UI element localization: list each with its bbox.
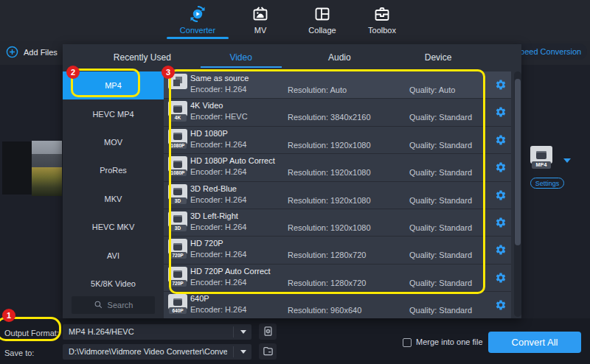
output-format-value: MP4 H.264/HEVC bbox=[69, 327, 134, 336]
format-quality: Quality: Standard bbox=[409, 113, 472, 122]
output-format-label: Output Format: bbox=[4, 329, 59, 337]
browse-folder-button[interactable] bbox=[259, 343, 277, 360]
format-title: 3D Red-Blue bbox=[190, 184, 246, 193]
resolution-value: 1920x1080 bbox=[330, 168, 370, 177]
format-title: Same as source bbox=[190, 74, 249, 83]
quality-value: Standard bbox=[439, 141, 472, 150]
format-dropdown-arrow-icon[interactable] bbox=[563, 158, 571, 167]
quality-label: Quality: bbox=[409, 141, 437, 150]
merge-label: Merge into one file bbox=[416, 337, 483, 346]
video-card bbox=[2, 141, 32, 195]
nav-tab-label: MV bbox=[235, 26, 286, 35]
format-title: HD 1080P bbox=[190, 129, 246, 138]
format-resolution: Resolution: 1920x1080 bbox=[288, 196, 371, 205]
add-files-button[interactable]: Add Files bbox=[6, 44, 69, 60]
format-row[interactable]: 720PHD 720PEncoder: H.264Resolution: 128… bbox=[164, 237, 511, 264]
format-row[interactable]: 3D3D Red-BlueEncoder: H.264Resolution: 1… bbox=[164, 182, 511, 209]
annotation-step-3-badge: 3 bbox=[162, 66, 175, 79]
tab-recently-used[interactable]: Recently Used bbox=[93, 44, 192, 70]
format-row[interactable]: 4K4K VideoEncoder: HEVCResolution: 3840x… bbox=[164, 99, 511, 126]
quality-label: Quality: bbox=[409, 196, 437, 205]
save-to-select[interactable]: D:\Vidmore\Vidmore Video Converter\Conve… bbox=[63, 344, 251, 360]
encoder-label: Encoder: bbox=[190, 223, 223, 231]
format-title: 3D Left-Right bbox=[190, 211, 246, 220]
merge-checkbox[interactable] bbox=[403, 338, 412, 347]
tab-video[interactable]: Video bbox=[192, 44, 291, 70]
gear-icon[interactable] bbox=[495, 106, 507, 118]
encoder-label: Encoder: bbox=[190, 195, 223, 204]
quality-value: Standard bbox=[439, 279, 472, 287]
gear-icon[interactable] bbox=[495, 79, 507, 91]
mp4-file-icon[interactable]: MP4 bbox=[528, 146, 555, 169]
scrollbar-thumb[interactable] bbox=[515, 79, 521, 245]
format-row[interactable]: 1080PHD 1080P Auto CorrectEncoder: H.264… bbox=[164, 154, 511, 181]
nav-tab-mv[interactable]: MV bbox=[235, 4, 286, 39]
convert-all-button[interactable]: Convert All bbox=[488, 332, 581, 353]
sidebar-item-mov[interactable]: MOV bbox=[63, 128, 164, 156]
gear-icon[interactable] bbox=[495, 161, 507, 173]
quality-label: Quality: bbox=[409, 113, 437, 122]
format-row[interactable]: 640P640PEncoder: H.264Resolution: 960x64… bbox=[164, 292, 511, 318]
video-thumbnail bbox=[32, 141, 62, 196]
save-to-value: D:\Vidmore\Vidmore Video Converter\Conve… bbox=[69, 347, 227, 356]
gear-icon[interactable] bbox=[495, 217, 507, 228]
annotation-step-1-badge: 1 bbox=[2, 309, 15, 322]
tab-audio[interactable]: Audio bbox=[291, 44, 389, 70]
tab-device[interactable]: Device bbox=[389, 44, 487, 70]
resolution-value: 1920x1080 bbox=[330, 141, 370, 150]
output-format-select[interactable]: MP4 H.264/HEVC bbox=[63, 324, 251, 340]
resolution-label: Resolution: bbox=[288, 113, 328, 122]
nav-tab-label: Toolbox bbox=[356, 26, 408, 35]
format-row[interactable]: 3D3D Left-RightEncoder: H.264Resolution:… bbox=[164, 209, 511, 237]
resolution-value: 1280x720 bbox=[330, 279, 366, 287]
quality-label: Quality: bbox=[409, 223, 437, 232]
gear-icon[interactable] bbox=[495, 189, 507, 201]
nav-tab-collage[interactable]: Collage bbox=[296, 4, 348, 39]
encoder-label: Encoder: bbox=[190, 167, 223, 176]
quality-value: Auto bbox=[439, 85, 456, 94]
chevron-down-icon bbox=[240, 330, 246, 337]
format-row[interactable]: 1080PHD 1080PEncoder: H.264Resolution: 1… bbox=[164, 127, 511, 154]
file-badge-label: MP4 bbox=[532, 161, 551, 169]
scrollbar-track[interactable] bbox=[514, 71, 521, 317]
gear-icon[interactable] bbox=[495, 272, 507, 284]
format-type-icon: 640P bbox=[167, 294, 189, 314]
gear-icon[interactable] bbox=[495, 244, 507, 256]
sidebar-item-hevc-mp4[interactable]: HEVC MP4 bbox=[63, 99, 164, 127]
profile-settings-button[interactable] bbox=[259, 323, 277, 340]
format-row[interactable]: Same as sourceEncoder: H.264Resolution: … bbox=[164, 71, 511, 99]
sidebar-item-mkv[interactable]: MKV bbox=[63, 185, 164, 213]
format-type-badge: 720P bbox=[169, 252, 187, 259]
format-row[interactable]: 720PHD 720P Auto CorrectEncoder: H.264Re… bbox=[164, 265, 511, 292]
format-title: HD 1080P Auto Correct bbox=[190, 156, 275, 165]
profile-document-icon bbox=[263, 326, 274, 338]
nav-tab-converter[interactable]: Converter bbox=[172, 4, 223, 39]
format-type-badge: 3D bbox=[169, 225, 187, 231]
quality-value: Standard bbox=[439, 251, 472, 259]
resolution-label: Resolution: bbox=[288, 141, 328, 150]
format-sidebar: MP4HEVC MP4MOVProResMKVHEVC MKVAVI5K/8K … bbox=[63, 71, 164, 318]
format-encoder: Encoder: H.264 bbox=[190, 85, 249, 94]
sidebar-item-prores[interactable]: ProRes bbox=[63, 156, 164, 184]
gear-icon[interactable] bbox=[495, 299, 507, 311]
quality-value: Standard bbox=[439, 306, 472, 315]
nav-tab-toolbox[interactable]: Toolbox bbox=[356, 4, 408, 39]
format-type-icon: 3D bbox=[167, 184, 189, 204]
format-title: 4K Video bbox=[190, 101, 248, 110]
sidebar-item-hevc-mkv[interactable]: HEVC MKV bbox=[63, 213, 164, 241]
resolution-value: 1920x1080 bbox=[330, 196, 370, 205]
sidebar-item-5k-8k-video[interactable]: 5K/8K Video bbox=[63, 270, 164, 298]
search-input[interactable]: Search bbox=[72, 296, 155, 314]
resolution-label: Resolution: bbox=[288, 251, 328, 259]
film-icon bbox=[173, 161, 182, 168]
search-icon bbox=[94, 300, 103, 311]
format-list: Same as sourceEncoder: H.264Resolution: … bbox=[164, 71, 511, 318]
format-type-badge: 640P bbox=[169, 307, 187, 314]
sidebar-item-avi[interactable]: AVI bbox=[63, 241, 164, 269]
settings-button[interactable]: Settings bbox=[530, 178, 564, 189]
format-type-badge: 4K bbox=[169, 114, 187, 121]
gear-icon[interactable] bbox=[495, 134, 507, 146]
encoder-value: H.264 bbox=[225, 305, 246, 314]
quality-label: Quality: bbox=[409, 85, 437, 94]
format-type-badge: 1080P bbox=[169, 142, 187, 149]
